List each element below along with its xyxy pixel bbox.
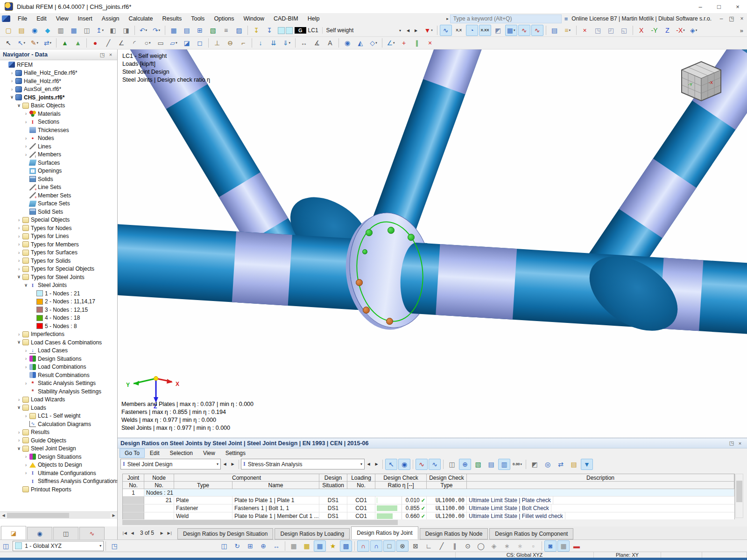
toolbar-overflow-icon[interactable]: » <box>740 27 743 34</box>
export-spreadsheet-icon[interactable]: ▧ <box>207 25 219 36</box>
render-wireframe-icon[interactable]: ◳ <box>592 25 604 36</box>
tree-item-1-nodes-21[interactable]: 1 - Nodes : 21 <box>0 289 117 298</box>
expander-icon[interactable]: › <box>23 152 29 157</box>
menu-view[interactable]: View <box>51 14 73 23</box>
ribbon-pin-icon[interactable]: – <box>716 15 726 22</box>
expander-icon[interactable]: › <box>16 225 22 231</box>
expander-icon[interactable]: › <box>23 470 29 476</box>
tree-item-load-cases[interactable]: ›↓Load Cases <box>0 347 117 355</box>
scroll-left-icon[interactable]: ◀ <box>0 513 7 518</box>
tree-item-objects-to-design[interactable]: ›Objects to Design <box>0 461 117 469</box>
import-table-icon[interactable]: ≡ <box>220 25 232 36</box>
tree-item-special-objects[interactable]: ›Special Objects <box>0 216 117 224</box>
results-menu-edit[interactable]: Edit <box>145 448 165 458</box>
menu-results[interactable]: Results <box>158 14 187 23</box>
tree-item-auxsol-en-rf6[interactable]: ›AuxSol_en.rf6* <box>0 85 117 94</box>
work-plane-icon[interactable]: ◙ <box>544 540 557 552</box>
new-visibility-icon[interactable]: ◳ <box>108 540 120 552</box>
grid-points-icon[interactable]: ▩ <box>340 540 352 552</box>
new-rectangle-icon[interactable]: ▭ <box>155 37 167 49</box>
new-nodal-load-icon[interactable]: ↓ <box>254 37 267 49</box>
bolt-marker[interactable] <box>408 234 415 241</box>
bolt-marker[interactable] <box>366 229 373 236</box>
tree-item-loads[interactable]: ∨Loads <box>0 404 117 412</box>
teamwork-icon[interactable]: ◉ <box>28 25 41 36</box>
new-hinge-icon[interactable]: ⊖ <box>224 37 236 49</box>
snap-endpoints-icon[interactable]: ⊠ <box>409 540 422 552</box>
views-navigator-tab[interactable]: ◫ <box>53 527 78 539</box>
expander-icon[interactable]: › <box>23 111 29 116</box>
next-design-type-button[interactable]: ▶ <box>229 460 237 469</box>
previous-table-icon[interactable]: ◀ <box>128 529 136 537</box>
new-circle-icon[interactable]: ○▾ <box>141 37 154 49</box>
new-dimension-icon[interactable]: ↔ <box>298 37 310 49</box>
export-icon[interactable]: ↥▾ <box>94 25 106 36</box>
relation-scale-icon[interactable]: ⇄ <box>555 459 567 470</box>
next-load-case-button[interactable]: ▶ <box>412 26 420 35</box>
new-symbol-icon[interactable]: ∡ <box>311 37 323 49</box>
snap-magnet-icon[interactable]: ∩ <box>370 540 382 552</box>
tree-item-design-situations[interactable]: ›Design Situations <box>0 355 117 363</box>
open-model-icon[interactable]: ▤ <box>15 25 28 36</box>
tree-item-rfem[interactable]: RFEM <box>0 61 117 69</box>
viewport-manager-icon[interactable]: ◫ <box>3 542 9 550</box>
results-menu-settings[interactable]: Settings <box>220 448 251 458</box>
expander-icon[interactable]: ∨ <box>9 95 15 99</box>
menu-help[interactable]: Help <box>303 14 324 23</box>
tree-item-static-analysis-settings[interactable]: ›*Static Analysis Settings <box>0 379 117 388</box>
bolt-marker[interactable] <box>386 318 393 325</box>
snap-tangent-icon[interactable]: ╱ <box>436 540 448 552</box>
tree-item-nodes[interactable]: ›•Nodes <box>0 134 117 143</box>
tree-item-5-nodes-8[interactable]: 5 - Nodes : 8 <box>0 322 117 330</box>
search-expand-icon[interactable]: ▸ <box>446 16 449 21</box>
last-table-icon[interactable]: ▶∣ <box>166 529 174 537</box>
new-load-case-icon[interactable]: ↧ <box>250 25 262 36</box>
render-transparent-icon[interactable]: ◱ <box>618 25 630 36</box>
result-diagram-2-icon[interactable]: ∿ <box>531 25 543 36</box>
panel-close-icon[interactable]: × <box>736 441 744 446</box>
tree-item-basic-objects[interactable]: ∨Basic Objects <box>0 102 117 110</box>
expander-icon[interactable]: › <box>23 454 29 459</box>
tree-item-guide-objects[interactable]: ›Guide Objects <box>0 436 117 445</box>
result-diagram-surfaces-icon[interactable]: ∿ <box>429 459 441 470</box>
multi-window-icon[interactable]: ◫ <box>218 540 230 552</box>
show-result-diagram-icon[interactable]: ◔ <box>466 25 478 36</box>
results-tab-design-ratios-by-loading[interactable]: Design Ratios by Loading <box>275 528 350 539</box>
table-vertical-scrollbar[interactable] <box>735 474 743 518</box>
tree-item-solid-sets[interactable]: Solid Sets <box>0 208 117 216</box>
menu-edit[interactable]: Edit <box>32 14 51 23</box>
results-on-solids-icon[interactable]: ◩ <box>492 25 504 36</box>
bolt-marker[interactable] <box>356 279 363 286</box>
expander-icon[interactable]: › <box>23 364 29 370</box>
result-grids-icon[interactable]: ▦▾ <box>505 25 517 36</box>
menu-tools[interactable]: Tools <box>186 14 209 23</box>
expander-icon[interactable]: ∨ <box>16 406 22 410</box>
load-case-dropdown-icon[interactable]: ▾ <box>396 26 404 35</box>
tree-item-surface-sets[interactable]: Surface Sets <box>0 200 117 208</box>
snap-grid-icon[interactable]: ▦ <box>288 540 300 552</box>
chord-member-right[interactable] <box>398 242 747 337</box>
generate-model-tree-icon[interactable]: ▲ <box>59 37 71 49</box>
minimize-button[interactable]: – <box>691 0 710 13</box>
tree-item-stability-analysis-settings[interactable]: *Stability Analysis Settings <box>0 387 117 396</box>
copy-icon[interactable]: ◧ <box>107 25 119 36</box>
expander-icon[interactable]: ∨ <box>16 275 22 279</box>
new-opening-icon[interactable]: ◻ <box>194 37 206 49</box>
expander-icon[interactable]: › <box>23 462 29 468</box>
expander-icon[interactable]: › <box>16 234 22 239</box>
delete-loads-icon[interactable]: × <box>424 37 436 49</box>
scroll-right-icon[interactable]: ▶ <box>110 513 117 518</box>
new-member-load-icon[interactable]: ⇊ <box>268 37 280 49</box>
tree-item-types-for-nodes[interactable]: ›Types for Nodes <box>0 224 117 232</box>
tree-item-types-for-special-objects[interactable]: ›Types for Special Objects <box>0 265 117 273</box>
tree-item-openings[interactable]: Openings <box>0 167 117 175</box>
tree-item-halle-holz-ende-rf6[interactable]: ›Halle_Holz_Ende.rf6* <box>0 69 117 77</box>
dlubal-center-icon[interactable]: ◆ <box>42 25 54 36</box>
new-surface-icon[interactable]: ▱▾ <box>168 37 180 49</box>
tree-item-load-combinations[interactable]: ›Load Combinations <box>0 363 117 371</box>
guidelines-icon[interactable]: ∥ <box>411 37 423 49</box>
table-horizontal-scrollbar[interactable] <box>122 519 735 525</box>
tree-item-4-nodes-18[interactable]: 4 - Nodes : 18 <box>0 314 117 322</box>
goto-table-icon[interactable]: ⊞ <box>194 25 206 36</box>
expander-icon[interactable]: › <box>9 70 15 76</box>
